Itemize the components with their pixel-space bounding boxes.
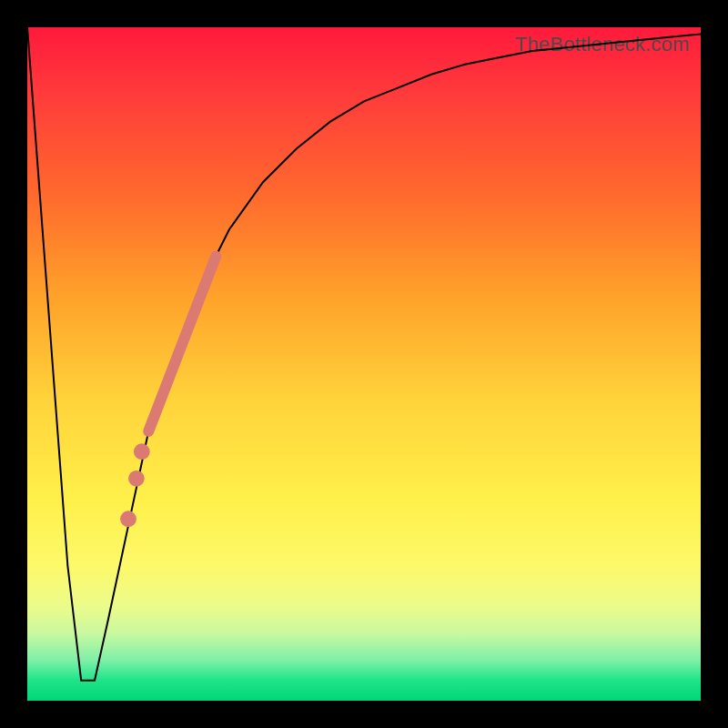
highlight-dot xyxy=(120,511,136,527)
chart-content xyxy=(27,27,701,681)
gradient-plot-area: TheBottleneck.com xyxy=(27,27,701,701)
main-curve xyxy=(27,27,701,681)
highlight-dot xyxy=(128,470,145,487)
highlight-dot xyxy=(134,443,150,460)
chart-overlay xyxy=(27,27,701,701)
highlight-segment xyxy=(148,257,216,431)
chart-frame: TheBottleneck.com xyxy=(0,0,728,728)
